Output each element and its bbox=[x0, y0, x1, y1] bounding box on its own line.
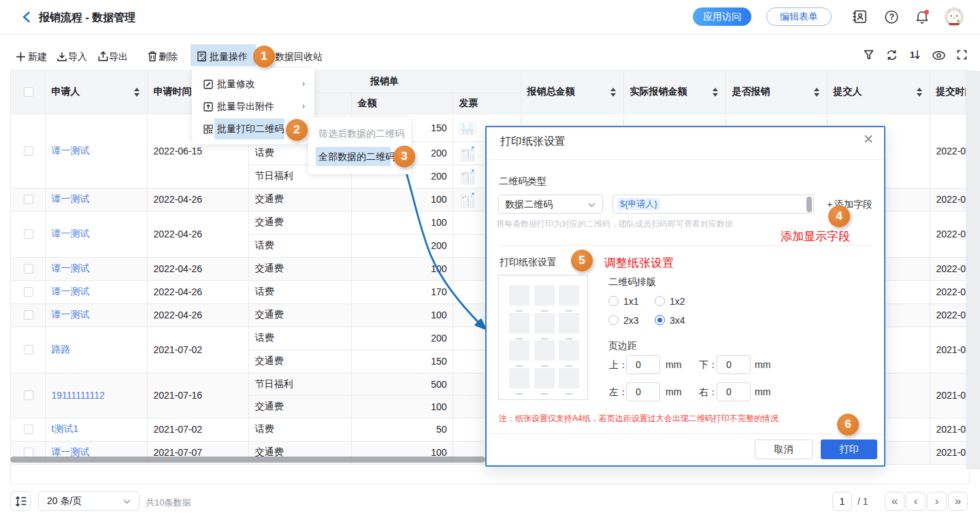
svg-text:?: ? bbox=[889, 12, 894, 22]
svg-text:1: 1 bbox=[910, 50, 915, 60]
